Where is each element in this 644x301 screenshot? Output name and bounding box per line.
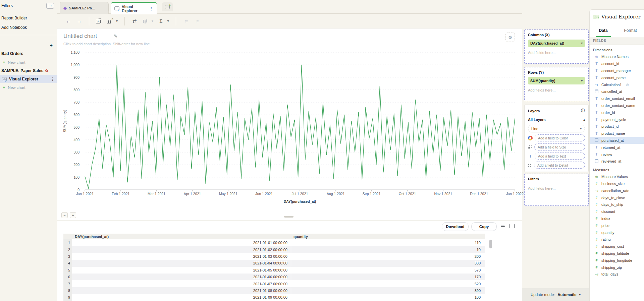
kebab-menu-icon[interactable]: ⋮ [149,6,153,11]
measure-field-item[interactable]: index [590,215,644,222]
rows-field-pill[interactable]: SUM(quantity) ▾ [528,77,585,84]
dimension-field-item[interactable]: reviewed_at [590,158,644,165]
all-layers-row[interactable]: All Layers ▴ [528,118,585,122]
add-field-to-detail[interactable]: Add a field to Detail [534,162,585,169]
dimension-field-item[interactable]: product_name [590,130,644,137]
collapse-sidebar-icon[interactable] [46,3,54,9]
dimension-field-item[interactable]: order_id [590,109,644,116]
update-mode-value[interactable]: Automatic [557,293,576,297]
swap-axes-icon[interactable]: ⇄ [131,17,138,25]
chevron-down-icon[interactable]: ▾ [581,42,583,45]
add-field-to-text[interactable]: Add a field to Text [535,153,585,160]
dimension-field-item[interactable]: cancelled_at [590,88,644,95]
measure-field-item[interactable]: shipping_cost [590,243,644,250]
table-row: 4 2021-01-04 00:00:00 330 [63,260,485,266]
measure-field-item[interactable]: total_days [590,271,644,278]
chart-settings-button[interactable]: ⚙ [505,33,515,42]
dimension-field-item[interactable]: purchased_at [590,137,644,144]
collapse-table-icon[interactable] [501,226,505,227]
measure-field-item[interactable]: quantity [590,229,644,236]
y-tick-label: 1,000 [71,63,79,67]
chevron-down-icon[interactable]: ▾ [579,293,581,296]
y-tick-label: 0 [77,188,79,192]
columns-shelf[interactable]: Columns (X) DAY(purchased_at) ▾ Add fiel… [524,29,589,64]
dimension-field-item[interactable]: Measure Names [590,53,644,60]
measure-field-item[interactable]: days_to_close [590,194,644,201]
chevron-down-icon[interactable]: ▼ [167,19,170,23]
add-project-button[interactable]: + [50,42,53,48]
dimension-field-item[interactable]: Calculation1 [590,81,644,88]
back-icon[interactable]: ← [65,17,72,25]
x-tick-label: Dec 1 2021 [470,192,488,196]
new-chart-tab-button[interactable] [162,2,173,11]
measure-field-item[interactable]: Measure Values [590,173,644,180]
table-scrollbar[interactable] [489,240,492,248]
zoom-in-button[interactable]: + [70,212,76,218]
chevron-down-icon[interactable]: ▼ [115,19,118,23]
add-field-to-color[interactable]: Add a field to Color [535,134,585,141]
sidebar-new-chart-button-2[interactable]: + New chart [0,83,57,92]
sidebar-project-paper-sales[interactable]: SAMPLE: Paper Sales ✿ [0,66,57,75]
measure-field-item[interactable]: shipping_latitude [590,250,644,257]
sidebar-item-add-notebook[interactable]: Add Notebook [0,23,57,32]
tab-data[interactable]: Data [590,24,617,37]
sidebar-new-chart-button[interactable]: + New chart [0,58,57,66]
copy-button[interactable]: Copy [471,222,497,231]
dimension-field-item[interactable]: returned_at [590,144,644,151]
table-header-row: DAY(purchased_at) quantity [63,234,485,239]
mark-type-select[interactable]: Line ▾ [528,125,585,132]
remove-chart-icon[interactable] [106,17,113,25]
panel-resize-handle[interactable] [284,216,293,218]
download-button[interactable]: Download [442,222,469,231]
chevron-up-icon[interactable]: ▴ [583,118,585,121]
measure-field-item[interactable]: business_size [590,180,644,187]
dimension-field-item[interactable]: product_id [590,123,644,130]
columns-field-pill[interactable]: DAY(purchased_at) ▾ [528,40,585,47]
dimension-field-item[interactable]: review [590,151,644,158]
info-icon[interactable]: ⓘ [581,108,585,114]
sidebar-item-report-builder[interactable]: Report Builder [0,13,57,23]
columns-shelf-placeholder[interactable]: Add fields here... [528,51,585,55]
filters-shelf-placeholder[interactable]: Add fields here... [528,186,585,190]
measure-field-item[interactable]: rating [590,236,644,243]
measure-field-item[interactable]: days_to_ship [590,201,644,208]
sidebar-item-visual-explorer[interactable]: Visual Explorer ⋮ [0,75,57,83]
measure-field-item[interactable]: price [590,222,644,229]
duplicate-chart-icon[interactable] [95,17,103,25]
plus-icon: + [3,60,5,65]
sort-ascending-icon: ↑≡ [182,17,190,25]
measure-field-item[interactable]: shipping_longitude [590,257,644,264]
tab-sample-paper-sales[interactable]: ◈ SAMPLE: Pa... [60,2,109,14]
dimension-field-item[interactable]: order_contact_name [590,102,644,109]
measure-field-item[interactable]: shipping_zip [590,264,644,271]
forward-icon[interactable]: → [75,17,83,25]
tab-visual-explorer[interactable]: Visual Explorer ⋮ [111,2,157,14]
chart-title[interactable]: Untitled chart [63,33,97,40]
dimension-field-item[interactable]: account_manager [590,67,644,74]
filters-shelf[interactable]: Filters Add fields here... [524,174,589,206]
dimension-field-item[interactable]: payment_cycle [590,116,644,123]
chevron-down-icon[interactable]: ▾ [581,79,583,82]
quantity-cell: 570 [291,267,485,274]
y-tick-label: 500 [73,125,79,129]
rows-shelf-placeholder[interactable]: Add fields here... [528,88,585,92]
chart-plot-area[interactable] [85,52,515,190]
tab-separator [108,4,109,11]
dimension-field-item[interactable]: account_id [590,60,644,67]
rows-shelf[interactable]: Rows (Y) SUM(quantity) ▾ Add fields here… [524,67,589,101]
kebab-menu-icon[interactable]: ⋮ [51,77,56,81]
expand-table-icon[interactable] [509,224,515,228]
measure-field-item[interactable]: cancellation_rate [590,187,644,194]
chart-description-placeholder[interactable]: Click to add chart description. Shift-en… [63,42,151,46]
histogram-bins-icon[interactable] [142,17,149,25]
sidebar-project-bad-orders[interactable]: Bad Orders [0,49,57,58]
dimension-field-item[interactable]: order_contact_email [590,95,644,102]
edit-title-icon[interactable]: ✎ [114,34,118,39]
tab-format[interactable]: Format [617,24,644,37]
zoom-out-button[interactable]: − [61,212,68,218]
x-tick-label: May 1 2021 [219,192,237,196]
dimension-field-item[interactable]: account_name [590,74,644,81]
measure-field-item[interactable]: discount [590,208,644,215]
sum-aggregation-icon[interactable]: Σ [157,17,165,25]
add-field-to-size[interactable]: Add a field to Size [534,143,585,150]
